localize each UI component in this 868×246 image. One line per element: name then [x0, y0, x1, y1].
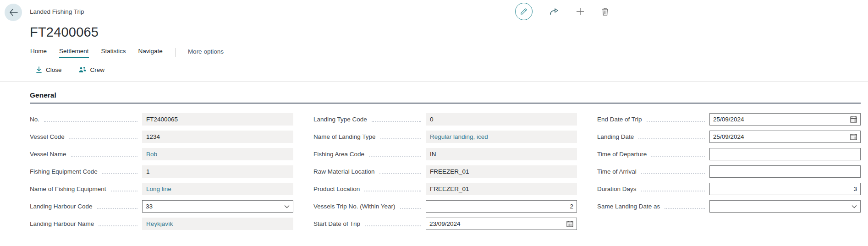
field-label: Name of Fishing Equipment: [30, 186, 106, 192]
field-fishing-equipment-code: Fishing Equipment Code 1: [30, 165, 293, 178]
field-landing-harbour-code: Landing Harbour Code: [30, 200, 293, 213]
download-icon: [36, 66, 42, 73]
vessels-trip-no-input[interactable]: [429, 203, 573, 210]
close-action-label: Close: [46, 66, 62, 73]
form-column-2: Landing Type Code 0 Name of Landing Type…: [313, 113, 577, 235]
delete-button[interactable]: [601, 7, 609, 16]
people-icon: [78, 66, 87, 73]
form-column-1: No. FT2400065 Vessel Code 1234 Vessel Na…: [30, 113, 293, 235]
dotted-leader: [638, 138, 705, 139]
share-icon: [549, 7, 559, 16]
field-label: Product Location: [313, 186, 360, 192]
calendar-icon[interactable]: [850, 133, 857, 140]
name-of-fishing-equipment-value[interactable]: Long line: [142, 183, 293, 195]
no-value: FT2400065: [142, 113, 293, 126]
field-label: Vessel Name: [30, 151, 66, 158]
field-end-date-of-trip: End Date of Trip: [597, 113, 861, 126]
raw-material-location-value: FREEZER_01: [426, 165, 577, 178]
vessel-name-value[interactable]: Bob: [142, 148, 293, 160]
field-label: Time of Arrival: [597, 168, 637, 175]
field-same-landing-date-as: Same Landing Date as: [597, 200, 861, 213]
more-options-button[interactable]: More options: [188, 48, 224, 57]
field-label: Time of Departure: [597, 151, 647, 158]
field-label: Landing Type Code: [313, 116, 367, 123]
page-header: Landed Fishing Trip: [0, 0, 868, 22]
start-date-of-trip-input[interactable]: [429, 220, 564, 227]
trash-icon: [601, 7, 609, 16]
action-bar: Close Crew: [0, 64, 868, 76]
calendar-icon[interactable]: [566, 220, 573, 227]
tab-divider: [175, 48, 176, 57]
landing-harbour-name-value[interactable]: Reykjavík: [142, 218, 293, 230]
section-title[interactable]: General: [30, 91, 861, 99]
dotted-leader: [111, 191, 137, 191]
dotted-leader: [44, 121, 137, 122]
field-label: Landing Harbour Name: [30, 220, 94, 227]
tab-statistics[interactable]: Statistics: [101, 48, 126, 58]
landing-harbour-code-input[interactable]: [146, 203, 281, 210]
fasttab-general: General No. FT2400065 Vessel Code 1234 V…: [0, 91, 868, 235]
vessel-code-value: 1234: [142, 131, 293, 143]
field-label: Landing Date: [597, 133, 634, 140]
landing-date-input[interactable]: [713, 133, 847, 140]
close-action-button[interactable]: Close: [36, 66, 62, 73]
duration-days-input[interactable]: [713, 186, 857, 192]
edit-button[interactable]: [515, 3, 533, 20]
tab-home[interactable]: Home: [30, 48, 47, 58]
dotted-leader: [379, 173, 421, 174]
fishing-equipment-code-value: 1: [142, 165, 293, 178]
tab-settlement[interactable]: Settlement: [59, 48, 89, 58]
field-product-location: Product Location FREEZER_01: [313, 183, 577, 195]
field-label: Fishing Area Code: [313, 151, 364, 158]
tab-strip: Home Settlement Statistics Navigate More…: [0, 47, 868, 58]
field-start-date-of-trip: Start Date of Trip: [313, 218, 577, 230]
dotted-leader: [99, 225, 137, 226]
general-form: No. FT2400065 Vessel Code 1234 Vessel Na…: [30, 113, 861, 235]
field-time-of-departure: Time of Departure: [597, 148, 861, 160]
crew-action-button[interactable]: Crew: [78, 66, 105, 73]
dotted-leader: [380, 138, 421, 139]
dotted-leader: [665, 208, 705, 209]
field-vessel-code: Vessel Code 1234: [30, 131, 293, 143]
product-location-value: FREEZER_01: [426, 183, 577, 195]
header-icon-bar: [515, 3, 609, 20]
field-label: No.: [30, 116, 39, 123]
fishing-area-code-value: IN: [426, 148, 577, 160]
time-of-arrival-input[interactable]: [713, 168, 857, 175]
field-label: Vessels Trip No. (Within Year): [313, 203, 396, 210]
new-button[interactable]: [576, 7, 585, 16]
form-column-3: End Date of Trip Landing Date: [597, 113, 861, 235]
dotted-leader: [641, 191, 705, 191]
field-landing-harbour-name: Landing Harbour Name Reykjavík: [30, 218, 293, 230]
section-rule: [30, 103, 861, 104]
field-label: Raw Material Location: [313, 168, 375, 175]
field-label: Duration Days: [597, 186, 637, 192]
dotted-leader: [372, 121, 421, 122]
back-button[interactable]: [5, 4, 22, 21]
plus-icon: [576, 7, 585, 16]
end-date-of-trip-input[interactable]: [713, 116, 847, 123]
name-of-landing-type-value[interactable]: Regular landing, iced: [426, 131, 577, 143]
field-landing-type-code: Landing Type Code 0: [313, 113, 577, 126]
landing-type-code-value: 0: [426, 113, 577, 126]
chevron-down-icon[interactable]: [852, 205, 857, 208]
toolbar-separator: [0, 81, 868, 82]
field-label: Landing Harbour Code: [30, 203, 93, 210]
same-landing-date-as-input[interactable]: [713, 203, 849, 210]
field-label: Name of Landing Type: [313, 133, 376, 140]
field-vessels-trip-no: Vessels Trip No. (Within Year): [313, 200, 577, 213]
chevron-down-icon[interactable]: [284, 205, 290, 208]
dotted-leader: [647, 121, 705, 122]
tab-navigate[interactable]: Navigate: [138, 48, 163, 58]
time-of-departure-input[interactable]: [713, 151, 857, 158]
field-name-of-fishing-equipment: Name of Fishing Equipment Long line: [30, 183, 293, 195]
share-button[interactable]: [549, 7, 559, 16]
dotted-leader: [71, 156, 137, 157]
calendar-icon[interactable]: [850, 116, 857, 123]
dotted-leader: [365, 225, 421, 226]
dotted-leader: [69, 138, 137, 139]
field-label: Fishing Equipment Code: [30, 168, 98, 175]
field-label: Start Date of Trip: [313, 220, 360, 227]
field-landing-date: Landing Date: [597, 131, 861, 143]
record-title: FT2400065: [0, 25, 868, 40]
